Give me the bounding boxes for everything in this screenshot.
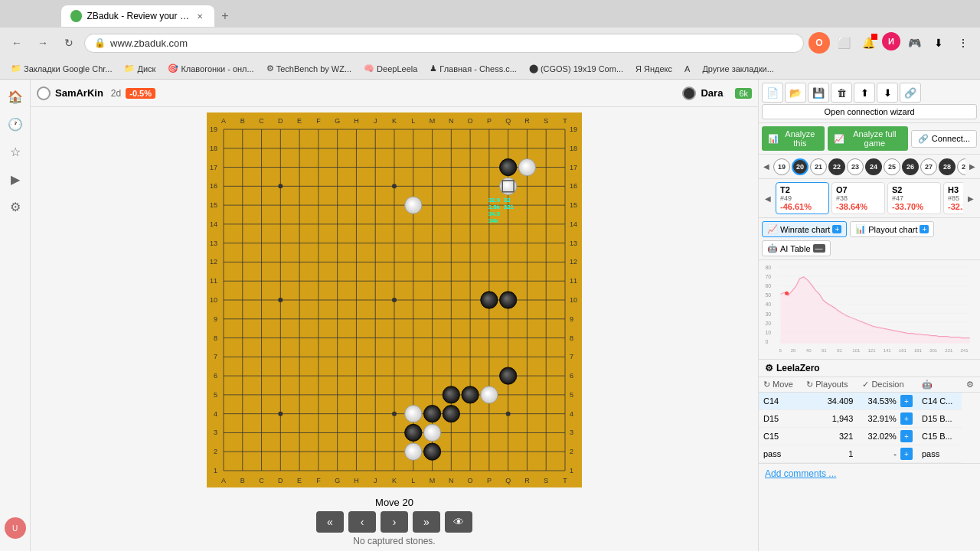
bookmark-techbench[interactable]: ⚙ TechBench by WZ... <box>262 62 356 75</box>
analysis-scroll-left[interactable]: ◀ <box>762 193 774 204</box>
engine-settings-icon[interactable]: ⚙ <box>765 363 773 373</box>
ai-table-toggle[interactable]: — <box>813 244 825 253</box>
card-index: #85 <box>948 194 963 202</box>
bookmark-disk[interactable]: 📁 Диск <box>119 62 160 75</box>
back-button[interactable]: ← <box>6 32 28 54</box>
extensions-icon[interactable]: ⬜ <box>833 32 854 54</box>
cell-move: C14 <box>759 393 802 410</box>
analysis-card[interactable]: H3 #85 -32.10% <box>943 182 963 214</box>
bookmark-deepleela[interactable]: 🧠 DeepLeela <box>359 62 422 75</box>
table-row[interactable]: pass 1 - + pass <box>759 445 980 463</box>
reload-button[interactable]: ↻ <box>58 32 80 54</box>
white-player-rank: 2d <box>111 88 121 99</box>
notifications-icon[interactable]: 🔔 <box>858 32 879 54</box>
scroll-left-arrow[interactable]: ◀ <box>760 161 773 172</box>
bookmark-a[interactable]: А <box>680 63 694 75</box>
games-icon[interactable]: 🎮 <box>903 32 925 54</box>
move-circle[interactable]: 25 <box>884 158 900 175</box>
ai-table-tab[interactable]: 🤖 AI Table — <box>762 240 831 256</box>
col-header-move[interactable]: ↻ Move <box>759 377 802 393</box>
bookmark-klavogonki[interactable]: 🎯 Клавогонки - онл... <box>163 62 258 75</box>
col-header-decision[interactable]: ✓ Decision <box>858 377 917 393</box>
move-circle[interactable]: 26 <box>902 158 919 175</box>
scroll-right-arrow[interactable]: ▶ <box>966 161 978 172</box>
nav-bar: ← → ↻ 🔒 www.zbaduk.com О ⬜ 🔔 И 🎮 ⬇ ⋮ <box>0 28 980 58</box>
col-header-delta[interactable]: 🤖 <box>917 377 962 393</box>
download-button[interactable]: ⬇ <box>877 83 898 103</box>
playout-chart-add[interactable]: + <box>920 225 929 233</box>
winrate-chart-tab[interactable]: 📈 Winrate chart + <box>762 221 847 237</box>
bookmark-chess[interactable]: ♟ Главная - Chess.c... <box>425 62 521 75</box>
move-circle[interactable]: 19 <box>773 158 790 175</box>
analysis-scroll-right[interactable]: ▶ <box>965 193 977 204</box>
add-plus-icon[interactable]: + <box>900 430 913 442</box>
svg-text:80: 80 <box>765 265 771 270</box>
white-stone-indicator <box>37 86 51 100</box>
upload-button[interactable]: ⬆ <box>854 83 875 103</box>
move-circle[interactable]: 23 <box>847 158 864 175</box>
svg-text:101: 101 <box>852 348 861 353</box>
prev-move-button[interactable]: ‹ <box>348 511 376 533</box>
move-circle[interactable]: 24 <box>865 158 882 175</box>
svg-text:121: 121 <box>867 348 876 353</box>
move-circle[interactable]: 21 <box>810 158 827 175</box>
move-circle[interactable]: 28 <box>939 158 956 175</box>
bookmark-others[interactable]: Другие закладки... <box>697 63 778 75</box>
eye-button[interactable]: 👁 <box>445 511 472 533</box>
open-connection-wizard-button[interactable]: Open connection wizard <box>762 104 977 119</box>
go-board[interactable] <box>207 112 582 487</box>
analyze-full-icon: 📈 <box>834 134 844 144</box>
sidebar-settings-icon[interactable]: ⚙ <box>5 196 26 217</box>
cell-move: D15 <box>759 410 802 428</box>
analysis-card[interactable]: T2 #49 -46.61% <box>776 182 829 214</box>
sidebar-history-icon[interactable]: 🕐 <box>5 113 26 135</box>
table-row[interactable]: C15 321 32.02% + C15 B... <box>759 428 980 445</box>
winrate-chart-area: 80 70 60 50 40 30 20 10 0 <box>759 260 980 360</box>
last-move-button[interactable]: » <box>413 511 440 533</box>
sidebar-star-icon[interactable]: ☆ <box>5 141 26 162</box>
new-tab-button[interactable]: + <box>214 5 236 27</box>
profile-icon[interactable]: О <box>808 32 830 54</box>
analysis-card[interactable]: S2 #47 -33.70% <box>887 182 941 214</box>
first-move-button[interactable]: « <box>316 511 344 533</box>
share-button[interactable]: 🔗 <box>900 83 921 103</box>
table-row[interactable]: C14 34.409 34.53% + C14 C... <box>759 393 980 410</box>
add-comments-link[interactable]: Add comments ... <box>759 463 980 484</box>
winrate-chart-add[interactable]: + <box>832 225 841 233</box>
playout-chart-tab[interactable]: 📊 Playout chart + <box>850 221 934 237</box>
analysis-card[interactable]: O7 #38 -38.64% <box>831 182 885 214</box>
add-plus-icon[interactable]: + <box>900 412 913 425</box>
cell-extra: pass <box>917 445 962 463</box>
add-plus-icon[interactable]: + <box>900 448 913 460</box>
add-plus-icon[interactable]: + <box>900 395 913 407</box>
col-header-playouts[interactable]: ↻ Playouts <box>802 377 858 393</box>
bookmark-google-chrome[interactable]: 📁 Закладки Google Chr... <box>6 62 116 75</box>
delete-button[interactable]: 🗑 <box>831 83 852 103</box>
connect-button[interactable]: 🔗 Connect... <box>911 130 977 148</box>
move-circle[interactable]: 22 <box>828 158 845 175</box>
new-game-button[interactable]: 📄 <box>762 83 783 103</box>
bookmark-yandex[interactable]: Я Яндекс <box>631 63 677 75</box>
sidebar-play-icon[interactable]: ▶ <box>5 168 26 190</box>
forward-button[interactable]: → <box>32 32 54 54</box>
active-tab[interactable]: ZBaduk - Review your B... ✕ <box>61 5 214 27</box>
sidebar-home-icon[interactable]: 🏠 <box>5 86 26 107</box>
move-circle[interactable]: 27 <box>920 158 937 175</box>
table-row[interactable]: D15 1,943 32.91% + D15 B... <box>759 410 980 428</box>
move-circle[interactable]: 29 <box>957 158 965 175</box>
account-icon[interactable]: И <box>882 32 900 51</box>
save-button[interactable]: 💾 <box>808 83 829 103</box>
move-circle[interactable]: 20 <box>792 158 808 175</box>
board-container[interactable] <box>31 107 758 492</box>
col-header-gear[interactable]: ⚙ <box>962 377 980 393</box>
tab-close-button[interactable]: ✕ <box>194 11 205 21</box>
open-button[interactable]: 📂 <box>785 83 806 103</box>
menu-icon[interactable]: ⋮ <box>952 32 974 54</box>
address-bar[interactable]: 🔒 www.zbaduk.com <box>84 34 804 53</box>
download-icon[interactable]: ⬇ <box>928 32 949 54</box>
sidebar-avatar[interactable]: U <box>5 517 26 539</box>
analyze-full-game-button[interactable]: 📈 Analyze full game <box>828 126 908 151</box>
analyze-this-button[interactable]: 📊 Analyze this <box>762 126 825 151</box>
bookmark-cgos[interactable]: ⬤ (CGOS) 19x19 Com... <box>524 62 628 75</box>
next-move-button[interactable]: › <box>381 511 408 533</box>
